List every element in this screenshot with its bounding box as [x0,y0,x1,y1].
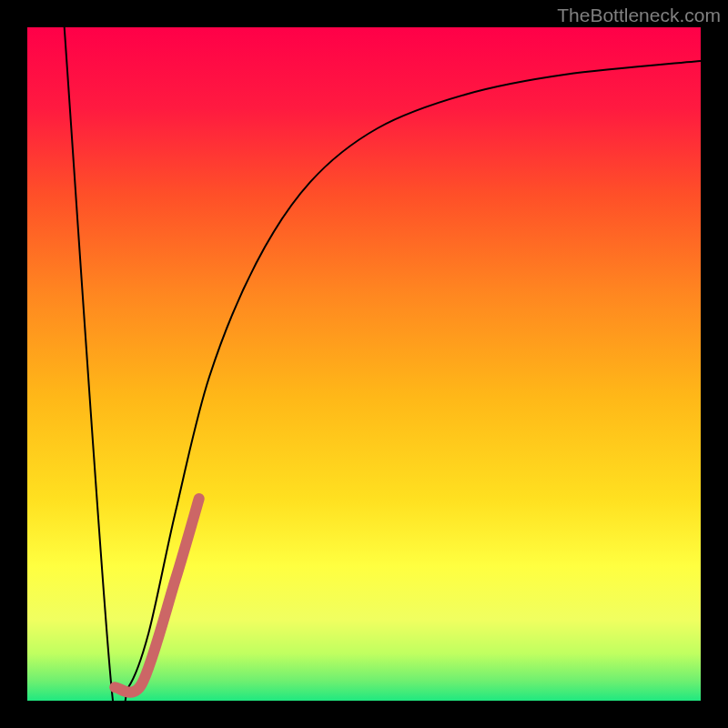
curve-layer [27,27,701,701]
series-v-curve [65,27,701,701]
plot-area [27,27,701,701]
watermark-text: TheBottleneck.com [557,5,721,26]
